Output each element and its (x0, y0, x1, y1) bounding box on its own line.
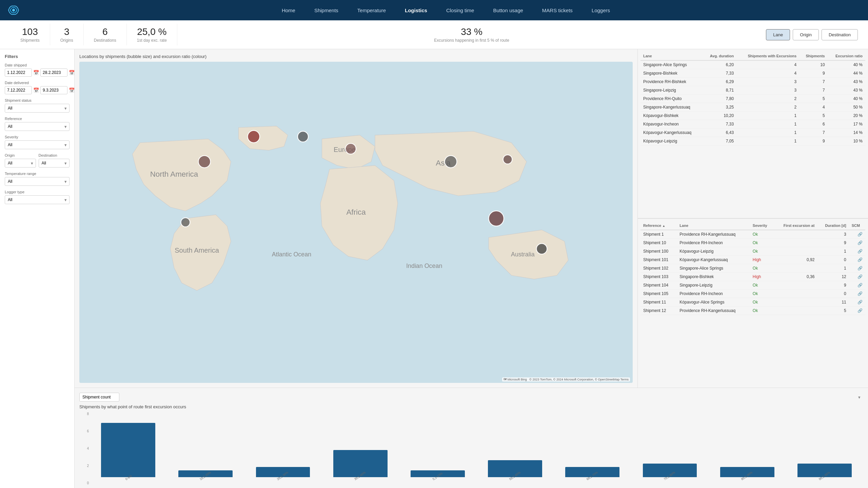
shipment-status-select[interactable]: All (5, 104, 70, 113)
shipment-cell (774, 264, 817, 273)
shipment-cell: Providence RH-Kangerlussuaq (677, 307, 750, 315)
shipment-cell[interactable]: 🔗 (849, 307, 865, 315)
shipment-cell[interactable]: 🔗 (849, 298, 865, 307)
shipment-cell: 1 (817, 247, 849, 256)
nav-item-closing-time[interactable]: Closing time (437, 0, 484, 20)
shipment-cell: Shipment 1 (640, 230, 677, 239)
link-icon[interactable]: 🔗 (857, 232, 863, 237)
shipment-cell[interactable]: 🔗 (849, 273, 865, 281)
shipment-cell: Shipment 101 (640, 256, 677, 264)
nav-item-temperature[interactable]: Temperature (348, 0, 395, 20)
date-delivered-to[interactable] (40, 86, 67, 94)
shipment-cell (774, 290, 817, 298)
lane-ref-header: Lane (677, 221, 750, 230)
top-stats-bar: 103 Shipments 3 Origins 6 Destinations 2… (0, 20, 868, 49)
link-icon[interactable]: 🔗 (857, 274, 863, 279)
shipment-cell[interactable]: 🔗 (849, 230, 865, 239)
shipment-cell: Shipment 102 (640, 264, 677, 273)
lane-cell: 1 (736, 112, 799, 120)
destination-select[interactable]: All (39, 159, 70, 168)
date-shipped-to[interactable] (40, 69, 67, 77)
lane-cell: 6,20 (703, 60, 736, 69)
svg-point-0 (12, 9, 15, 12)
link-icon[interactable]: 🔗 (857, 257, 863, 262)
shipment-cell[interactable]: 🔗 (849, 256, 865, 264)
date-shipped-label: Date shipped (5, 63, 70, 67)
main-content-area: Locations by shipments (bubble size) and… (75, 49, 868, 488)
nav-item-shipments[interactable]: Shipments (305, 0, 348, 20)
svg-text:Africa: Africa (346, 208, 366, 216)
shipment-cell: Ok (750, 298, 774, 307)
lane-cell: Providence RH-Quito (640, 95, 703, 103)
temp-range-wrap: All (5, 177, 70, 186)
reference-select[interactable]: All (5, 122, 70, 131)
severity-select[interactable]: All (5, 140, 70, 149)
link-icon[interactable]: 🔗 (857, 266, 863, 271)
tab-origin[interactable]: Origin (793, 29, 819, 40)
origin-label: Origin (5, 153, 36, 157)
table-row: Singapore-Leipzig8,713743 % (640, 86, 865, 95)
tab-destination[interactable]: Destination (822, 29, 858, 40)
shipment-cell: Providence RH-Incheon (677, 239, 750, 247)
shipment-cell[interactable]: 🔗 (849, 264, 865, 273)
bar-group: 0-5% (90, 423, 167, 482)
lane-cell: 5 (799, 112, 828, 120)
chart-metric-select[interactable]: Shipment count (79, 393, 119, 402)
shipment-cell (774, 281, 817, 290)
nav-item-loggers[interactable]: Loggers (582, 0, 619, 20)
logger-type-select[interactable]: All (5, 195, 70, 204)
calendar-icon[interactable]: 📅 (33, 70, 39, 75)
lane-cell: 7,33 (703, 69, 736, 78)
shipment-cell[interactable]: 🔗 (849, 290, 865, 298)
nav-item-logistics[interactable]: Logistics (395, 0, 437, 20)
stat-destinations: 6 Destinations (84, 24, 127, 45)
shipment-cell: Shipment 12 (640, 307, 677, 315)
shipment-cell: 9 (817, 281, 849, 290)
lane-cell: 10,20 (703, 112, 736, 120)
origin-destination-filter: Origin All Destination All (5, 153, 70, 168)
lane-cell: Singapore-Kangerlussuaq (640, 103, 703, 112)
severity-header: Severity (750, 221, 774, 230)
shipment-cell: 0 (817, 290, 849, 298)
table-row: Shipment 12Providence RH-KangerlussuaqOk… (640, 307, 865, 315)
calendar-icon-2[interactable]: 📅 (69, 70, 75, 75)
bar-group: 60,1-70% (554, 467, 631, 482)
origins-value: 3 (60, 26, 73, 37)
link-icon[interactable]: 🔗 (857, 308, 863, 313)
lane-cell: 10 % (828, 137, 865, 145)
table-row: Kópavogur-Incheon7,331617 % (640, 120, 865, 129)
bar-group: 5,1-10% (399, 470, 476, 482)
shipment-cell[interactable]: 🔗 (849, 281, 865, 290)
date-delivered-from[interactable] (5, 86, 32, 94)
chart-select-wrap: Shipment count (79, 393, 863, 402)
nav-item-home[interactable]: Home (272, 0, 305, 20)
calendar-icon-4[interactable]: 📅 (69, 87, 75, 93)
shipment-cell: High (750, 273, 774, 281)
link-icon[interactable]: 🔗 (857, 249, 863, 254)
temp-range-select[interactable]: All (5, 177, 70, 186)
link-icon[interactable]: 🔗 (857, 283, 863, 288)
calendar-icon-3[interactable]: 📅 (33, 87, 39, 93)
shipment-cell[interactable]: 🔗 (849, 247, 865, 256)
link-icon[interactable]: 🔗 (857, 240, 863, 245)
link-icon[interactable]: 🔗 (857, 291, 863, 296)
tab-lane[interactable]: Lane (766, 29, 790, 40)
svg-point-17 (298, 131, 308, 142)
svg-text:South America: South America (175, 247, 219, 254)
origin-select[interactable]: All (5, 159, 36, 168)
date-shipped-from[interactable] (5, 69, 32, 77)
shipment-cell[interactable]: 🔗 (849, 239, 865, 247)
nav-item-mars-tickets[interactable]: MARS tickets (533, 0, 582, 20)
date-delivered-label: Date delivered (5, 81, 70, 85)
lane-cell: 43 % (828, 78, 865, 86)
lane-table-section: Lane Avg. duration Shipments with Excurs… (638, 49, 868, 218)
shipment-cell: Shipment 10 (640, 239, 677, 247)
lane-cell: 14 % (828, 129, 865, 137)
nav-item-button-usage[interactable]: Button usage (484, 0, 532, 20)
lane-cell: 10 (799, 60, 828, 69)
y-axis-label: 0 (79, 481, 89, 485)
lane-cell: 20 % (828, 112, 865, 120)
link-icon[interactable]: 🔗 (857, 300, 863, 305)
reference-label: Reference (5, 117, 70, 121)
svg-text:North America: North America (150, 170, 198, 178)
